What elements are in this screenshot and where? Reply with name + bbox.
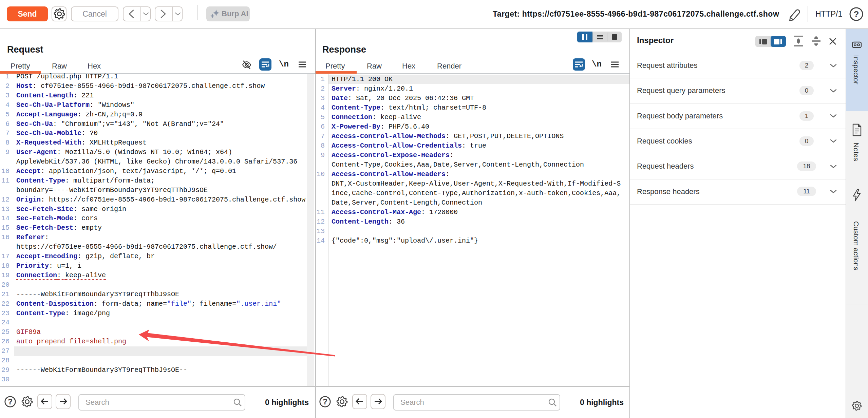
svg-text:?: ?: [8, 397, 13, 406]
svg-text:?: ?: [854, 9, 859, 19]
svg-text:?: ?: [323, 397, 327, 406]
